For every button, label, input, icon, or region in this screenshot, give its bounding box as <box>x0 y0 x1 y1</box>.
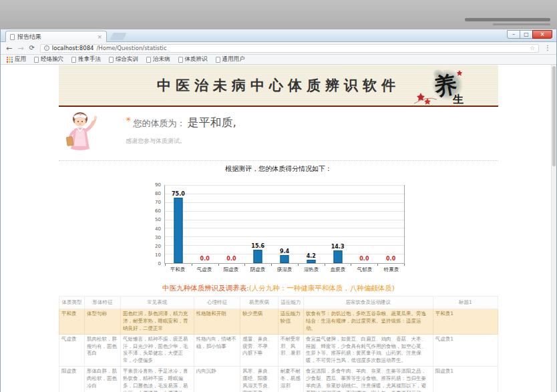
new-tab-button[interactable] <box>110 33 126 40</box>
bar-value-label: 14.3 <box>331 244 345 250</box>
apps-shortcut[interactable]: 应用 <box>7 55 26 63</box>
x-axis-label: 血瘀质 <box>325 266 351 273</box>
x-axis-label: 气郁质 <box>351 266 378 273</box>
close-button[interactable]: × <box>532 30 552 39</box>
table-cell: 面色红润，肤色润泽，精力充沛，耐受寒热，睡眠安和，胃纳良好，二便正常 <box>120 309 194 335</box>
bar-column: 9.4 <box>271 186 298 263</box>
table-cell: 形体白胖，肌肉松软，面色冷白 <box>85 367 121 392</box>
x-axis-label: 痰湿质 <box>271 266 298 273</box>
table-cell: 体型匀称 <box>85 309 121 335</box>
bookmark-item[interactable]: 综合实训 <box>109 55 138 63</box>
table-cell: 风寒、鼻炎、痛经、阳痿、风湿关节炎、宫寒不孕 <box>240 367 278 392</box>
y-axis-tick-label: 60 <box>155 208 161 214</box>
page-icon <box>216 57 220 63</box>
table-cell: 平素畏冷喜热，手足冰冷，喜热饮食，精神不振，睡眠偏多，口唇色淡，毛发易落，易出汗… <box>120 367 194 392</box>
page-icon <box>34 57 39 63</box>
bar-value-label: 0.0 <box>226 256 236 262</box>
browser-window: 报告结果 × – □ × ← → ⟳ i localhost:8084 /Hom… <box>0 29 557 392</box>
chart-section: 根据测评，您的体质得分情况如下： 0102030405060708090 75.… <box>59 160 498 278</box>
site-banner: 中医治未病中心体质辨识软件 养 <box>59 65 498 107</box>
page-content: 中医治未病中心体质辨识软件 养 <box>1 65 556 392</box>
y-axis-tick-label: 50 <box>155 217 161 222</box>
forward-icon[interactable]: → <box>17 45 23 52</box>
bookmark-item[interactable]: 体质辨识 <box>178 55 208 63</box>
bar-value-label: 15.6 <box>251 243 264 249</box>
bookmarks-bar: 应用 经络腧穴推拿手法综合实训治未病体质辨识通用用户 <box>1 55 556 65</box>
table-cell: 气虚质1 <box>433 334 498 367</box>
table-header-cell: 心理特征 <box>194 297 240 309</box>
x-axis: 平和质气虚质阳虚质阴虚质痰湿质湿热质血瘀质气郁质特禀质 <box>164 266 405 273</box>
bar-chart: 0102030405060708090 75.00.00.015.69.44.2… <box>151 177 406 278</box>
bar-value-label: 0.0 <box>386 256 395 262</box>
background-window <box>465 18 550 21</box>
bookmark-label: 经络腧穴 <box>41 55 63 63</box>
bars-area: 75.00.00.015.69.44.214.30.00.0 <box>165 186 404 263</box>
table-header-cell: 常见表现 <box>120 297 194 309</box>
table-caption-sub: (人分九种：一种健康平和体质，八种偏颇体质) <box>249 284 395 292</box>
minimize-button[interactable]: – <box>507 30 520 39</box>
table-header-cell: 易患疾病 <box>240 297 278 309</box>
bar <box>307 260 315 264</box>
x-axis-tick <box>271 264 272 266</box>
scrollbar-thumb[interactable] <box>552 66 556 166</box>
bar-column: 75.0 <box>165 186 192 263</box>
x-axis-tick <box>351 264 351 266</box>
bar-value-label: 75.0 <box>172 191 185 197</box>
url-path: /Home/Question/statistic <box>96 45 166 51</box>
x-axis-label: 平和质 <box>164 266 191 273</box>
table-cell: 性格内向，情绪不稳，胆小怕事 <box>194 334 240 367</box>
x-axis-label: 阳虚质 <box>218 266 244 273</box>
back-icon[interactable]: ← <box>6 45 12 52</box>
table-cell: 气虚质 <box>59 334 85 367</box>
desktop-background <box>0 0 557 29</box>
bar-column: 0.0 <box>192 186 218 263</box>
maximize-button[interactable]: □ <box>520 30 533 39</box>
tab-favicon-icon <box>10 34 15 40</box>
table-cell: 性格随和开朗 <box>194 309 240 335</box>
chart-plot: 75.00.00.015.69.44.214.30.00.0 <box>164 185 405 264</box>
maple-leaf-icon <box>424 98 431 105</box>
table-section: 中医九种体质辨识及调养表:(人分九种：一种健康平和体质，八种偏颇体质) 体质类型… <box>59 284 498 392</box>
table-cell: 耐夏不耐冬，易感湿邪 <box>278 367 303 392</box>
table-cell: 阳虚质1 <box>433 367 498 392</box>
x-axis-tick <box>298 264 299 266</box>
y-axis-tick-label: 40 <box>155 226 161 232</box>
window-controls: – □ × <box>508 30 552 39</box>
x-axis-tick <box>218 264 219 266</box>
apps-label: 应用 <box>15 55 26 63</box>
page-icon <box>71 57 76 63</box>
table-header-cell: 居家饮食及运动建议 <box>303 297 433 309</box>
table-cell: 平和质1 <box>433 309 498 335</box>
x-axis-tick <box>192 264 192 266</box>
bar-value-label: 0.0 <box>200 256 210 262</box>
bar-value-label: 9.4 <box>280 248 289 254</box>
result-value: 是平和质, <box>187 115 236 130</box>
browser-menu-icon[interactable]: ⋮ <box>544 45 551 51</box>
yangsheng-logo: 养 生 <box>413 66 470 106</box>
y-axis-tick-label: 20 <box>155 244 161 249</box>
x-axis-tick <box>325 264 325 266</box>
bookmark-item[interactable]: 经络腧穴 <box>34 55 63 63</box>
bookmark-item[interactable]: 通用用户 <box>216 55 245 63</box>
table-caption-main: 中医九种体质辨识及调养表: <box>162 284 249 292</box>
table-cell: 不耐受寒邪、风邪、暑邪 <box>278 334 303 367</box>
table-row: 平和质体型匀称面色红润，肤色润泽，精力充沛，耐受寒热，睡眠安和，胃纳良好，二便正… <box>59 309 498 335</box>
tab-close-icon[interactable]: × <box>97 34 102 40</box>
page-scrollbar[interactable] <box>551 65 556 392</box>
bar-column: 15.6 <box>244 186 271 263</box>
bookmark-star-icon[interactable]: ☆ <box>530 45 535 51</box>
refresh-icon[interactable]: ⟳ <box>29 45 34 51</box>
y-axis-tick-label: 10 <box>155 252 161 258</box>
browser-tab[interactable]: 报告结果 × <box>5 31 107 42</box>
x-axis-tick <box>404 264 405 266</box>
bookmark-item[interactable]: 推拿手法 <box>71 55 101 63</box>
bar-column: 0.0 <box>218 186 245 263</box>
site-info-icon[interactable]: i <box>44 45 49 51</box>
bookmark-item[interactable]: 治未病 <box>146 55 170 63</box>
table-cell: 较少患病 <box>240 309 278 335</box>
constitution-table: 体质类型形体特征常见表现心理特征易患疾病适应能力居家饮食及运动建议标题1 平和质… <box>59 296 498 392</box>
x-axis-label: 特禀质 <box>378 266 405 273</box>
table-caption: 中医九种体质辨识及调养表:(人分九种：一种健康平和体质，八种偏颇体质) <box>59 284 498 293</box>
address-bar[interactable]: i localhost:8084 /Home/Question/statisti… <box>40 44 539 53</box>
apps-grid-icon <box>7 57 13 63</box>
